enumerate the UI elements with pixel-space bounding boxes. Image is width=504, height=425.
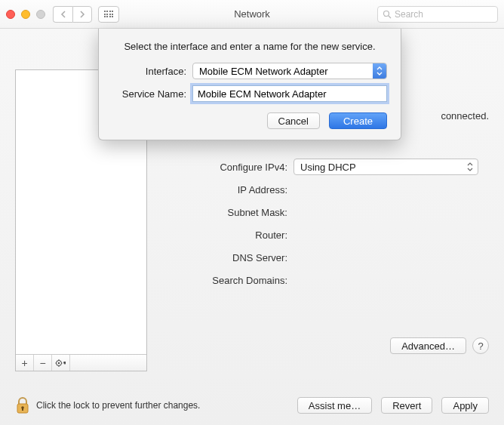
sheet-row-service-name: Service Name: <box>112 85 387 102</box>
subnet-mask-label: Subnet Mask: <box>158 207 293 218</box>
search-placeholder: Search <box>395 9 423 20</box>
configure-ipv4-select[interactable]: Using DHCP <box>293 159 478 175</box>
add-service-button[interactable]: + <box>16 355 34 371</box>
field-router: Router: <box>158 223 489 246</box>
svg-line-11 <box>60 361 61 362</box>
traffic-lights <box>6 10 45 19</box>
dns-server-label: DNS Server: <box>158 252 293 263</box>
help-button[interactable]: ? <box>472 337 489 354</box>
field-configure-ipv4: Configure IPv4: Using DHCP <box>158 156 489 178</box>
show-all-button[interactable] <box>98 6 119 23</box>
search-input[interactable]: Search <box>377 6 498 23</box>
lock-text: Click the lock to prevent further change… <box>36 400 200 411</box>
field-dns-server: DNS Server: <box>158 246 489 269</box>
revert-button[interactable]: Revert <box>381 397 432 414</box>
interface-select[interactable]: Mobile ECM Network Adapter <box>192 63 387 79</box>
svg-line-1 <box>389 16 391 18</box>
service-name-input[interactable] <box>192 85 387 102</box>
field-search-domains: Search Domains: <box>158 269 489 291</box>
select-arrows-icon <box>373 63 386 79</box>
cancel-button[interactable]: Cancel <box>267 112 320 129</box>
service-name-label: Service Name: <box>112 88 192 100</box>
sheet-message: Select the interface and enter a name fo… <box>112 41 387 52</box>
field-subnet-mask: Subnet Mask: <box>158 201 489 223</box>
bottom-bar: Click the lock to prevent further change… <box>15 396 489 414</box>
svg-point-3 <box>57 362 59 363</box>
interface-value: Mobile ECM Network Adapter <box>199 66 328 77</box>
router-label: Router: <box>158 229 293 241</box>
svg-point-0 <box>384 11 389 16</box>
sidebar-toolbar: + − <box>16 354 146 371</box>
assist-button[interactable]: Assist me… <box>297 397 372 414</box>
new-service-sheet: Select the interface and enter a name fo… <box>98 29 401 140</box>
configure-ipv4-value: Using DHCP <box>300 162 356 173</box>
chevron-left-icon <box>60 11 66 18</box>
svg-line-8 <box>57 361 57 362</box>
forward-button[interactable] <box>72 6 92 23</box>
search-domains-label: Search Domains: <box>158 275 293 286</box>
lock-icon[interactable] <box>15 396 30 414</box>
select-arrows-icon <box>464 161 476 173</box>
back-button[interactable] <box>53 6 72 23</box>
search-icon <box>383 10 392 19</box>
actions-menu-button[interactable] <box>52 355 70 371</box>
nav-buttons <box>53 6 92 23</box>
svg-rect-14 <box>22 408 23 411</box>
config-fields: Configure IPv4: Using DHCP IP Address: <box>158 156 489 291</box>
advanced-button[interactable]: Advanced… <box>390 337 466 354</box>
minimize-icon[interactable] <box>21 10 30 19</box>
status-text: connected. <box>441 110 489 122</box>
advanced-row: Advanced… ? <box>390 337 489 354</box>
titlebar: Network Search <box>0 0 504 29</box>
zoom-icon <box>36 10 45 19</box>
create-button[interactable]: Create <box>329 112 387 129</box>
bottom-buttons: Assist me… Revert Apply <box>297 397 489 414</box>
field-ip-address: IP Address: <box>158 178 489 201</box>
svg-line-10 <box>57 365 57 365</box>
close-icon[interactable] <box>6 10 15 19</box>
chevron-right-icon <box>79 11 85 18</box>
apply-button[interactable]: Apply <box>441 397 489 414</box>
configure-ipv4-label: Configure IPv4: <box>158 162 293 173</box>
grid-icon <box>104 11 114 17</box>
lock-row: Click the lock to prevent further change… <box>15 396 200 414</box>
ip-address-label: IP Address: <box>158 184 293 196</box>
remove-service-button[interactable]: − <box>34 355 52 371</box>
sheet-buttons: Cancel Create <box>112 112 387 129</box>
interface-label: Interface: <box>112 66 192 77</box>
gear-icon <box>55 359 67 368</box>
svg-line-9 <box>60 365 61 365</box>
sheet-row-interface: Interface: Mobile ECM Network Adapter <box>112 63 387 79</box>
